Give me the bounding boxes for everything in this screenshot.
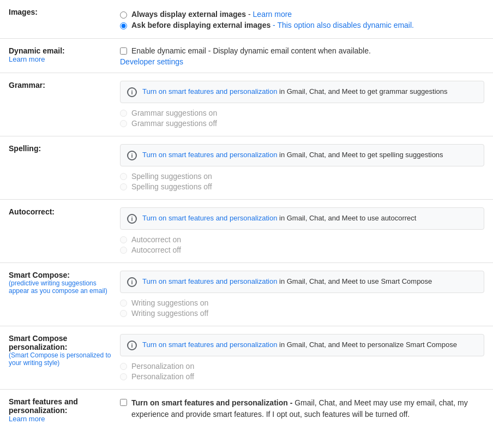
dynamic-email-learn-more[interactable]: Learn more xyxy=(9,55,111,63)
smart-compose-on-radio[interactable] xyxy=(120,300,127,307)
smart-compose-sub-label: (predictive writing suggestions appear a… xyxy=(9,279,111,295)
images-ask-label[interactable]: Ask before displaying external images - … xyxy=(131,21,414,29)
smart-compose-personalization-label-text: Smart Compose personalization: xyxy=(9,334,67,351)
spelling-label-text: Spelling: xyxy=(9,144,41,153)
spelling-off-label[interactable]: Spelling suggestions off xyxy=(131,182,212,191)
personalization-on-label[interactable]: Personalization on xyxy=(131,362,194,371)
autocorrect-info-icon: i xyxy=(127,214,137,224)
dynamic-email-checkbox-row: Enable dynamic email - Display dynamic e… xyxy=(120,46,484,55)
dynamic-email-content: Enable dynamic email - Display dynamic e… xyxy=(120,45,493,66)
personalization-off-option: Personalization off xyxy=(120,372,484,381)
spelling-on-option: Spelling suggestions on xyxy=(120,172,484,181)
smart-features-label: Smart features and personalization: Lear… xyxy=(0,396,120,423)
smart-compose-content: i Turn on smart features and personaliza… xyxy=(120,270,493,319)
images-option-ask: Ask before displaying external images - … xyxy=(120,21,484,29)
smart-features-checkbox[interactable] xyxy=(120,399,127,406)
dynamic-email-setting-row: Dynamic email: Learn more Enable dynamic… xyxy=(0,39,493,73)
smart-features-checkbox-row: Turn on smart features and personalizati… xyxy=(120,397,484,420)
images-label-text: Images: xyxy=(9,8,38,16)
grammar-on-label[interactable]: Grammar suggestions on xyxy=(131,109,217,117)
spelling-info-icon: i xyxy=(127,151,137,160)
personalization-on-option: Personalization on xyxy=(120,362,484,371)
images-always-radio[interactable] xyxy=(120,11,127,19)
spelling-info-text: Turn on smart features and personalizati… xyxy=(142,150,443,160)
smart-features-learn-more[interactable]: Learn more xyxy=(9,415,111,423)
smart-features-text: Turn on smart features and personalizati… xyxy=(131,397,484,420)
smart-compose-on-label[interactable]: Writing suggestions on xyxy=(131,298,208,307)
dynamic-email-checkbox[interactable] xyxy=(120,47,127,55)
smart-compose-label-text: Smart Compose: xyxy=(9,271,70,279)
grammar-off-label[interactable]: Grammar suggestions off xyxy=(131,119,217,128)
grammar-label: Grammar: xyxy=(0,80,120,89)
autocorrect-off-option: Autocorrect off xyxy=(120,246,484,254)
personalization-off-label[interactable]: Personalization off xyxy=(131,372,194,381)
smart-compose-personalization-setting-row: Smart Compose personalization: (Smart Co… xyxy=(0,326,493,390)
smart-compose-setting-row: Smart Compose: (predictive writing sugge… xyxy=(0,263,493,326)
smart-compose-personalization-smart-features-link[interactable]: Turn on smart features and personalizati… xyxy=(142,341,277,349)
smart-features-label-text: Smart features and personalization: xyxy=(9,397,78,415)
smart-compose-info-text-after: in Gmail, Chat, and Meet to use Smart Co… xyxy=(277,277,432,285)
grammar-info-text-after: in Gmail, Chat, and Meet to get grammar … xyxy=(277,87,447,95)
smart-compose-personalization-info-text: Turn on smart features and personalizati… xyxy=(142,340,457,350)
grammar-info-text: Turn on smart features and personalizati… xyxy=(142,87,448,97)
images-setting-row: Images: Always display external images -… xyxy=(0,0,493,39)
smart-compose-off-label[interactable]: Writing suggestions off xyxy=(131,309,208,318)
grammar-on-radio[interactable] xyxy=(120,110,127,117)
images-content: Always display external images - Learn m… xyxy=(120,7,493,32)
autocorrect-info-text: Turn on smart features and personalizati… xyxy=(142,213,416,223)
autocorrect-label: Autocorrect: xyxy=(0,206,120,216)
autocorrect-info-text-after: in Gmail, Chat, and Meet to use autocorr… xyxy=(277,214,416,222)
spelling-info-text-after: in Gmail, Chat, and Meet to get spelling… xyxy=(277,151,443,159)
autocorrect-on-option: Autocorrect on xyxy=(120,235,484,244)
spelling-smart-features-link[interactable]: Turn on smart features and personalizati… xyxy=(142,151,277,159)
spelling-off-radio[interactable] xyxy=(120,183,127,190)
smart-compose-personalization-info-icon: i xyxy=(127,341,137,350)
smart-compose-personalization-label: Smart Compose personalization: (Smart Co… xyxy=(0,333,120,367)
images-always-label[interactable]: Always display external images - Learn m… xyxy=(131,10,292,19)
smart-compose-on-option: Writing suggestions on xyxy=(120,298,484,307)
grammar-content: i Turn on smart features and personaliza… xyxy=(120,80,493,129)
autocorrect-setting-row: Autocorrect: i Turn on smart features an… xyxy=(0,200,493,263)
smart-compose-off-radio[interactable] xyxy=(120,310,127,317)
smart-compose-info-box: i Turn on smart features and personaliza… xyxy=(120,271,484,293)
images-ask-bold: Ask before displaying external images xyxy=(131,21,270,29)
spelling-on-radio[interactable] xyxy=(120,173,127,180)
developer-settings-link[interactable]: Developer settings xyxy=(120,57,484,66)
smart-features-content: Turn on smart features and personalizati… xyxy=(120,396,493,422)
autocorrect-off-radio[interactable] xyxy=(120,247,127,254)
spelling-off-option: Spelling suggestions off xyxy=(120,182,484,191)
autocorrect-on-label[interactable]: Autocorrect on xyxy=(131,235,181,244)
smart-compose-label: Smart Compose: (predictive writing sugge… xyxy=(0,270,120,295)
grammar-info-box: i Turn on smart features and personaliza… xyxy=(120,81,484,103)
spelling-info-box: i Turn on smart features and personaliza… xyxy=(120,144,484,166)
grammar-smart-features-link[interactable]: Turn on smart features and personalizati… xyxy=(142,87,277,95)
grammar-setting-row: Grammar: i Turn on smart features and pe… xyxy=(0,73,493,136)
autocorrect-on-radio[interactable] xyxy=(120,236,127,243)
dynamic-email-label-text: Dynamic email: xyxy=(9,46,65,55)
grammar-info-icon: i xyxy=(127,87,137,97)
images-always-bold: Always display external images xyxy=(131,10,246,19)
autocorrect-label-text: Autocorrect: xyxy=(9,207,55,216)
grammar-off-option: Grammar suggestions off xyxy=(120,119,484,128)
spelling-label: Spelling: xyxy=(0,143,120,153)
smart-compose-info-text: Turn on smart features and personalizati… xyxy=(142,277,432,286)
images-ask-text: - This option also disables dynamic emai… xyxy=(270,21,414,29)
smart-features-setting-row: Smart features and personalization: Lear… xyxy=(0,390,493,429)
spelling-setting-row: Spelling: i Turn on smart features and p… xyxy=(0,136,493,200)
smart-compose-smart-features-link[interactable]: Turn on smart features and personalizati… xyxy=(142,277,277,285)
images-option-always: Always display external images - Learn m… xyxy=(120,10,484,19)
personalization-on-radio[interactable] xyxy=(120,363,127,370)
spelling-on-label[interactable]: Spelling suggestions on xyxy=(131,172,212,181)
smart-compose-personalization-info-text-after: in Gmail, Chat, and Meet to personalize … xyxy=(277,341,456,349)
spelling-content: i Turn on smart features and personaliza… xyxy=(120,143,493,193)
autocorrect-off-label[interactable]: Autocorrect off xyxy=(131,246,181,254)
grammar-off-radio[interactable] xyxy=(120,120,127,127)
smart-features-checkbox-bold: Turn on smart features and personalizati… xyxy=(131,398,294,407)
dynamic-email-label: Dynamic email: Learn more xyxy=(0,45,120,63)
images-ask-radio[interactable] xyxy=(120,22,127,29)
images-always-learn-more[interactable]: Learn more xyxy=(253,10,292,19)
autocorrect-smart-features-link[interactable]: Turn on smart features and personalizati… xyxy=(142,214,277,222)
smart-compose-info-icon: i xyxy=(127,277,137,287)
personalization-off-radio[interactable] xyxy=(120,373,127,380)
grammar-label-text: Grammar: xyxy=(9,81,45,89)
